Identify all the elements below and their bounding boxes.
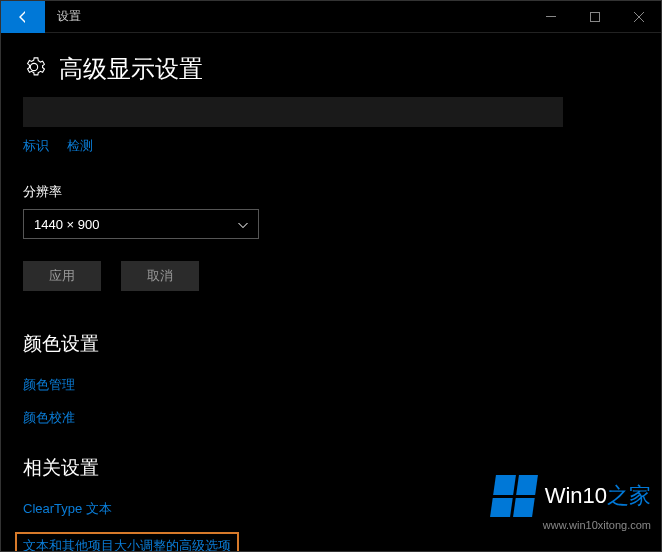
cancel-button[interactable]: 取消	[121, 261, 199, 291]
minimize-button[interactable]	[529, 1, 573, 33]
window-title: 设置	[57, 8, 81, 25]
identify-link[interactable]: 标识	[23, 137, 49, 155]
chevron-down-icon	[238, 217, 248, 232]
svg-rect-1	[591, 12, 600, 21]
color-calibration-link[interactable]: 颜色校准	[23, 409, 75, 427]
window-controls	[529, 1, 661, 33]
watermark: Win10之家 www.win10xitong.com	[493, 475, 651, 531]
titlebar: 设置	[1, 1, 661, 33]
watermark-url: www.win10xitong.com	[543, 519, 651, 531]
button-row: 应用 取消	[23, 261, 639, 291]
identify-detect-row: 标识 检测	[23, 137, 639, 155]
color-management-link[interactable]: 颜色管理	[23, 376, 75, 394]
svg-rect-0	[546, 16, 556, 17]
minimize-icon	[546, 12, 556, 22]
text-sizing-link[interactable]: 文本和其他项目大小调整的高级选项	[15, 532, 239, 552]
resolution-label: 分辨率	[23, 183, 639, 201]
detect-link[interactable]: 检测	[67, 137, 93, 155]
close-button[interactable]	[617, 1, 661, 33]
page-header: 高级显示设置	[23, 53, 639, 85]
watermark-brand: Win10之家	[545, 481, 651, 511]
page-title: 高级显示设置	[59, 53, 203, 85]
arrow-left-icon	[15, 9, 31, 25]
maximize-icon	[590, 12, 600, 22]
maximize-button[interactable]	[573, 1, 617, 33]
cleartype-link[interactable]: ClearType 文本	[23, 500, 112, 518]
color-settings-heading: 颜色设置	[23, 331, 639, 357]
windows-logo-icon	[490, 475, 538, 517]
gear-icon	[23, 56, 45, 82]
monitor-preview	[23, 97, 563, 127]
back-button[interactable]	[1, 1, 45, 33]
resolution-value: 1440 × 900	[34, 217, 99, 232]
resolution-dropdown[interactable]: 1440 × 900	[23, 209, 259, 239]
close-icon	[634, 12, 644, 22]
apply-button[interactable]: 应用	[23, 261, 101, 291]
